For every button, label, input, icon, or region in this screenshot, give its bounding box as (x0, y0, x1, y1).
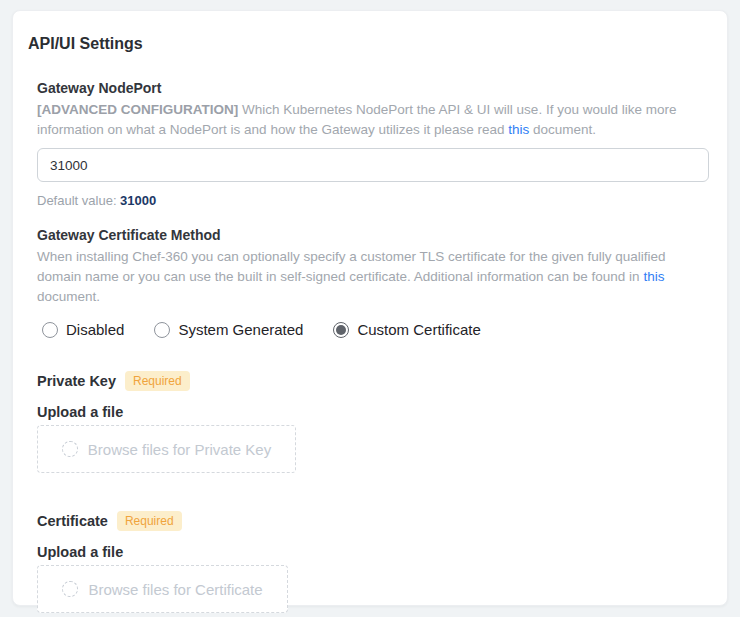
radio-option-system-generated[interactable]: System Generated (154, 321, 303, 338)
radio-circle-icon[interactable] (42, 322, 58, 338)
gateway-nodeport-label: Gateway NodePort (37, 79, 703, 97)
browse-certificate-button[interactable]: Browse files for Certificate (37, 565, 288, 613)
certificate-method-label: Gateway Certificate Method (37, 226, 703, 244)
certificate-upload-label: Upload a file (37, 543, 703, 561)
api-ui-settings-card: API/UI Settings Gateway NodePort [ADVANC… (12, 10, 728, 606)
radio-option-disabled[interactable]: Disabled (42, 321, 124, 338)
dashed-circle-icon (62, 441, 78, 457)
certificate-label: Certificate (37, 512, 108, 531)
radio-option-custom-certificate[interactable]: Custom Certificate (333, 321, 480, 338)
certificate-doc-link[interactable]: this (643, 269, 664, 284)
gateway-nodeport-description: [ADVANCED CONFIGURATION] Which Kubernete… (37, 100, 703, 140)
private-key-label-row: Private Key Required (37, 371, 703, 391)
certificate-label-row: Certificate Required (37, 511, 703, 531)
certificate-method-description: When installing Chef-360 you can optiona… (37, 247, 703, 307)
settings-form: Gateway NodePort [ADVANCED CONFIGURATION… (28, 79, 712, 613)
description-text: document. (37, 289, 100, 304)
required-badge: Required (117, 511, 182, 531)
radio-option-label: Custom Certificate (357, 321, 480, 338)
default-value-label: Default value: (37, 193, 120, 208)
radio-option-label: System Generated (178, 321, 303, 338)
private-key-upload-label: Upload a file (37, 403, 703, 421)
gateway-nodeport-input[interactable] (37, 148, 709, 182)
browse-private-key-button[interactable]: Browse files for Private Key (37, 425, 296, 473)
browse-private-key-label: Browse files for Private Key (88, 441, 271, 458)
radio-option-label: Disabled (66, 321, 124, 338)
radio-circle-icon[interactable] (333, 322, 349, 338)
nodeport-doc-link[interactable]: this (508, 122, 529, 137)
default-value: 31000 (120, 193, 156, 208)
required-badge: Required (125, 371, 190, 391)
page-title: API/UI Settings (28, 34, 712, 53)
description-text: When installing Chef-360 you can optiona… (37, 249, 666, 284)
description-text: document. (529, 122, 596, 137)
private-key-label: Private Key (37, 372, 116, 391)
advanced-configuration-tag: [ADVANCED CONFIGURATION] (37, 102, 238, 117)
dashed-circle-icon (62, 581, 78, 597)
certificate-method-radio-group: Disabled System Generated Custom Certifi… (42, 321, 703, 338)
default-value-line: Default value: 31000 (37, 192, 703, 210)
browse-certificate-label: Browse files for Certificate (88, 581, 262, 598)
radio-circle-icon[interactable] (154, 322, 170, 338)
